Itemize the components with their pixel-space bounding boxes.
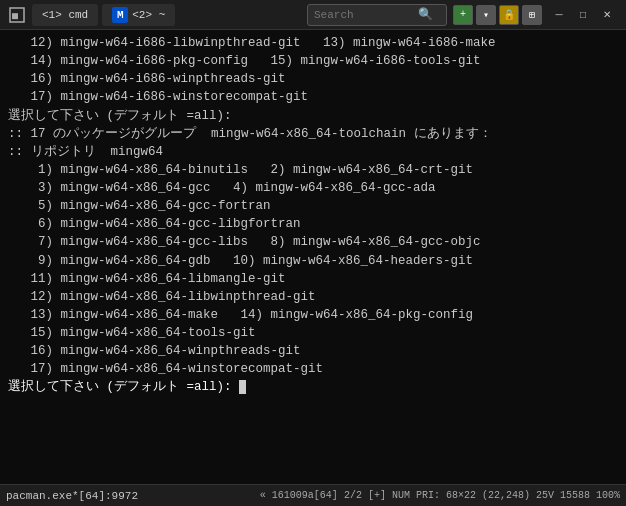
dropdown-button[interactable]: ▾	[476, 5, 496, 25]
tab-2-label: <2> ~	[132, 9, 165, 21]
terminal-line: 17) mingw-w64-x86_64-winstorecompat-git	[8, 360, 618, 378]
minimize-button[interactable]: ─	[548, 7, 570, 23]
app-icon: ■	[8, 6, 26, 24]
tab-2[interactable]: M <2> ~	[102, 4, 175, 26]
window-controls: ─ □ ✕	[548, 7, 618, 23]
insert-mode-label: [+] NUM	[368, 490, 410, 501]
terminal-line: 6) mingw-w64-x86_64-gcc-libgfortran	[8, 215, 618, 233]
terminal-line: 16) mingw-w64-x86_64-winpthreads-git	[8, 342, 618, 360]
search-input[interactable]	[314, 9, 414, 21]
toolbar-icons: + ▾ 🔒 ⊞	[453, 5, 542, 25]
terminal-line: 12) mingw-w64-x86_64-libwinpthread-git	[8, 288, 618, 306]
pri-label: PRI:	[416, 490, 440, 501]
terminal-line: 12) mingw-w64-i686-libwinpthread-git 13)…	[8, 34, 618, 52]
status-left: pacman.exe*[64]:9972	[6, 490, 138, 502]
search-box[interactable]: 🔍	[307, 4, 447, 26]
process-label: pacman.exe*[64]:9972	[6, 490, 138, 502]
search-icon: 🔍	[418, 7, 433, 22]
terminal-line: 17) mingw-w64-i686-winstorecompat-git	[8, 88, 618, 106]
terminal-line: 3) mingw-w64-x86_64-gcc 4) mingw-w64-x86…	[8, 179, 618, 197]
terminal-line: 7) mingw-w64-x86_64-gcc-libs 8) mingw-w6…	[8, 233, 618, 251]
col-row-label: 2/2	[344, 490, 362, 501]
add-tab-button[interactable]: +	[453, 5, 473, 25]
terminal-line: 選択して下さい (デフォルト =all):	[8, 107, 618, 125]
terminal-prompt-line: 選択して下さい (デフォルト =all):	[8, 378, 618, 396]
terminal-line: 14) mingw-w64-i686-pkg-config 15) mingw-…	[8, 52, 618, 70]
terminal-line: :: リポジトリ mingw64	[8, 143, 618, 161]
tab-cmd-label: <1> cmd	[42, 9, 88, 21]
close-button[interactable]: ✕	[596, 7, 618, 23]
voltage-label: 25V	[536, 490, 554, 501]
svg-text:■: ■	[12, 10, 18, 21]
terminal-line: :: 17 のパッケージがグループ mingw-w64-x86_64-toolc…	[8, 125, 618, 143]
tab-area: <1> cmd M <2> ~	[32, 4, 301, 26]
mem-label: 15588	[560, 490, 590, 501]
terminal-line: 11) mingw-w64-x86_64-libmangle-git	[8, 270, 618, 288]
grid-button[interactable]: ⊞	[522, 5, 542, 25]
terminal-line: 13) mingw-w64-x86_64-make 14) mingw-w64-…	[8, 306, 618, 324]
position-label: 161009a[64]	[272, 490, 338, 501]
lock-button[interactable]: 🔒	[499, 5, 519, 25]
status-right: « 161009a[64] 2/2 [+] NUM PRI: 68×22 (22…	[260, 490, 620, 501]
tab-cmd[interactable]: <1> cmd	[32, 4, 98, 26]
terminal-area: 12) mingw-w64-i686-libwinpthread-git 13)…	[0, 30, 626, 484]
maximize-button[interactable]: □	[572, 7, 594, 23]
terminal-line: 1) mingw-w64-x86_64-binutils 2) mingw-w6…	[8, 161, 618, 179]
dimensions-label: 68×22	[446, 490, 476, 501]
terminal-line: 5) mingw-w64-x86_64-gcc-fortran	[8, 197, 618, 215]
terminal-line: 9) mingw-w64-x86_64-gdb 10) mingw-w64-x8…	[8, 252, 618, 270]
status-bar: pacman.exe*[64]:9972 « 161009a[64] 2/2 […	[0, 484, 626, 506]
separator-label: «	[260, 490, 266, 501]
tab-m-icon: M	[112, 7, 128, 23]
zoom-label: 100%	[596, 490, 620, 501]
parens-label: (22,248)	[482, 490, 530, 501]
cursor	[239, 380, 246, 394]
title-bar: ■ <1> cmd M <2> ~ 🔍 + ▾ 🔒 ⊞ ─ □ ✕	[0, 0, 626, 30]
terminal-line: 16) mingw-w64-i686-winpthreads-git	[8, 70, 618, 88]
terminal-line: 15) mingw-w64-x86_64-tools-git	[8, 324, 618, 342]
